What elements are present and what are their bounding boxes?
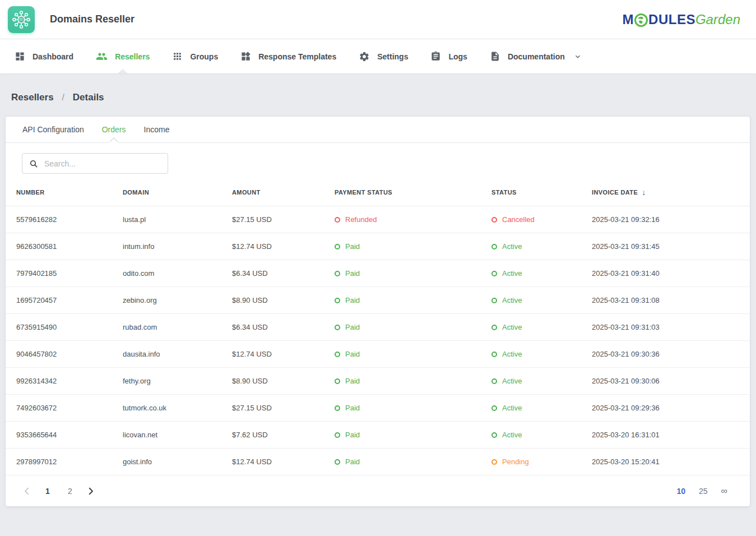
- status-ring-icon: [335, 217, 340, 223]
- cell-amount: $8.90 USD: [232, 296, 335, 304]
- widgets-icon: [240, 51, 251, 62]
- cell-payment-status: Paid: [335, 269, 491, 278]
- status-label: Active: [502, 431, 522, 439]
- cell-domain: dausita.info: [123, 350, 232, 358]
- table-row[interactable]: 9046457802 dausita.info $12.74 USD Paid …: [6, 340, 750, 367]
- cell-domain: zebino.org: [123, 296, 232, 304]
- orders-table: Number Domain Amount Payment Status Stat…: [6, 178, 750, 475]
- nav-item-response-templates[interactable]: Response Templates: [229, 39, 347, 73]
- column-header-amount[interactable]: Amount: [232, 189, 335, 196]
- nav-item-logs[interactable]: Logs: [419, 39, 478, 73]
- search-box[interactable]: [22, 153, 168, 174]
- clipboard-icon: [430, 51, 441, 62]
- status-label: Cancelled: [502, 215, 535, 224]
- tab-api-configuration[interactable]: API Configuration: [22, 117, 84, 142]
- table-row[interactable]: 5579616282 lusta.pl $27.15 USD Refunded …: [6, 206, 750, 233]
- cell-invoice-date: 2025-03-21 09:32:16: [592, 215, 739, 224]
- cell-number: 6735915490: [16, 323, 123, 331]
- table-row[interactable]: 9926314342 fethy.org $8.90 USD Paid Acti…: [6, 367, 750, 394]
- cell-number: 7979402185: [16, 269, 123, 278]
- cell-amount: $8.90 USD: [232, 377, 335, 385]
- status-label: Active: [502, 377, 522, 385]
- chevron-down-icon: [573, 52, 582, 61]
- column-header-invoice-date[interactable]: Invoice Date ↓: [592, 188, 739, 197]
- page-size-button[interactable]: 25: [699, 487, 708, 496]
- modulesgarden-logo: M DULES Garden: [623, 12, 740, 27]
- cell-payment-status: Paid: [335, 242, 491, 251]
- tab-orders[interactable]: Orders: [102, 117, 126, 142]
- brand-text-dules: DULES: [648, 12, 695, 27]
- page-number-button[interactable]: 2: [63, 484, 77, 498]
- page-size-selector: 1025∞: [676, 486, 727, 496]
- table-row[interactable]: 6735915490 rubad.com $6.34 USD Paid Acti…: [6, 313, 750, 340]
- nav-label: Settings: [377, 52, 408, 61]
- table-row[interactable]: 9626300581 intum.info $12.74 USD Paid Ac…: [6, 233, 750, 260]
- details-card: API Configuration Orders Income Number D…: [6, 117, 750, 506]
- nav-item-groups[interactable]: Groups: [161, 39, 229, 73]
- breadcrumb-parent[interactable]: Resellers: [11, 92, 54, 103]
- table-row[interactable]: 2978997012 goist.info $12.74 USD Paid Pe…: [6, 448, 750, 475]
- cell-number: 9046457802: [16, 350, 123, 358]
- table-row[interactable]: 7979402185 odito.com $6.34 USD Paid Acti…: [6, 260, 750, 287]
- table-footer: 12 1025∞: [6, 475, 750, 506]
- table-row[interactable]: 9353665644 licovan.net $7.62 USD Paid Ac…: [6, 421, 750, 448]
- table-header-row: Number Domain Amount Payment Status Stat…: [6, 178, 750, 206]
- prev-page-button[interactable]: [22, 486, 32, 496]
- globe-icon: [634, 13, 648, 27]
- search-input[interactable]: [44, 159, 161, 168]
- cell-number: 9353665644: [16, 431, 123, 439]
- cell-status: Active: [491, 404, 592, 412]
- status-ring-icon: [335, 378, 340, 384]
- status-ring-icon: [491, 352, 497, 357]
- column-header-payment-status[interactable]: Payment Status: [335, 189, 491, 196]
- cell-number: 1695720457: [16, 296, 123, 304]
- status-label: Active: [502, 323, 522, 331]
- status-ring-icon: [335, 352, 340, 357]
- nav-item-resellers[interactable]: Resellers: [85, 39, 161, 73]
- breadcrumb-separator: /: [62, 92, 64, 103]
- search-icon: [29, 159, 38, 169]
- page-size-button[interactable]: ∞: [721, 486, 727, 496]
- column-header-domain[interactable]: Domain: [123, 189, 232, 196]
- cell-invoice-date: 2025-03-21 09:31:03: [592, 323, 739, 331]
- main-nav: Dashboard Resellers Groups Response Temp…: [0, 39, 756, 73]
- tab-income[interactable]: Income: [144, 117, 170, 142]
- column-header-number[interactable]: Number: [16, 189, 123, 196]
- cell-payment-status: Paid: [335, 458, 491, 466]
- page-title: Domains Reseller: [50, 13, 134, 25]
- cell-invoice-date: 2025-03-21 09:31:40: [592, 269, 739, 278]
- tab-bar: API Configuration Orders Income: [6, 117, 750, 143]
- status-ring-icon: [491, 432, 497, 438]
- nav-item-settings[interactable]: Settings: [347, 39, 419, 73]
- status-ring-icon: [491, 271, 497, 276]
- nav-label: Dashboard: [33, 52, 73, 61]
- chevron-right-icon: [86, 486, 96, 496]
- cell-invoice-date: 2025-03-21 09:30:36: [592, 350, 739, 358]
- page-size-button[interactable]: 10: [676, 487, 685, 496]
- status-ring-icon: [491, 459, 497, 465]
- cell-domain: odito.com: [123, 269, 232, 278]
- cell-invoice-date: 2025-03-21 09:30:06: [592, 377, 739, 385]
- brand-text-m: M: [623, 12, 634, 27]
- next-page-button[interactable]: [86, 486, 96, 496]
- nav-item-dashboard[interactable]: Dashboard: [3, 39, 85, 73]
- dashboard-icon: [15, 51, 25, 62]
- status-ring-icon: [335, 271, 340, 276]
- column-header-label: Invoice Date: [592, 189, 638, 196]
- cell-invoice-date: 2025-03-21 09:31:08: [592, 296, 739, 304]
- status-label: Active: [502, 269, 522, 278]
- table-body: 5579616282 lusta.pl $27.15 USD Refunded …: [6, 206, 750, 475]
- sort-desc-icon[interactable]: ↓: [642, 188, 646, 197]
- cell-amount: $27.15 USD: [232, 215, 335, 224]
- nav-item-documentation[interactable]: Documentation: [479, 39, 593, 73]
- cell-domain: intum.info: [123, 242, 232, 251]
- page-number-button[interactable]: 1: [41, 484, 54, 498]
- brand-text-garden: Garden: [695, 12, 740, 27]
- table-row[interactable]: 7492603672 tutmork.co.uk $27.15 USD Paid…: [6, 394, 750, 421]
- payment-status-label: Paid: [345, 242, 360, 251]
- nav-label: Response Templates: [258, 52, 336, 61]
- gear-icon: [359, 51, 370, 62]
- apps-grid-icon: [172, 51, 183, 62]
- column-header-status[interactable]: Status: [491, 189, 592, 196]
- table-row[interactable]: 1695720457 zebino.org $8.90 USD Paid Act…: [6, 287, 750, 313]
